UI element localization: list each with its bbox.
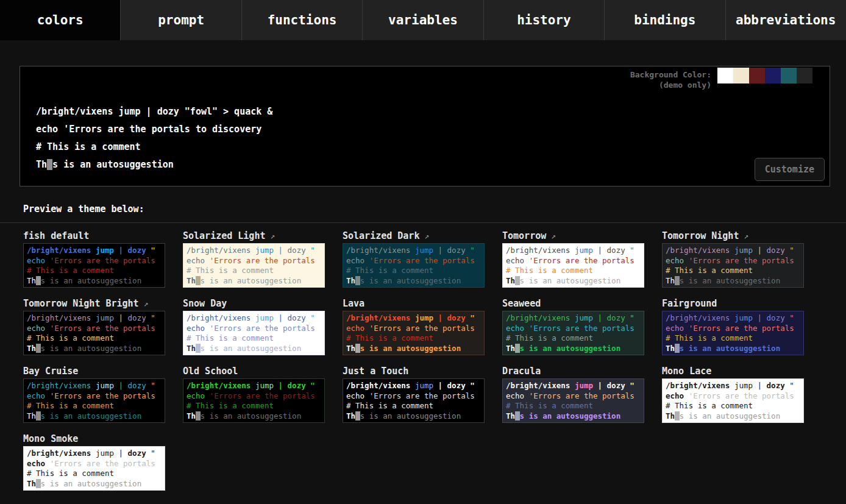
bg-color-swatch-3[interactable] xyxy=(765,68,781,83)
theme-name[interactable]: Tomorrow Night ↗ xyxy=(662,229,804,243)
theme-preview-card[interactable]: /bright/vixens jump | dozy "echo 'Errors… xyxy=(343,378,485,423)
bg-color-swatch-6[interactable] xyxy=(812,68,828,83)
cursor-block: i xyxy=(515,411,520,421)
theme-sample-line: This is an autosuggestion xyxy=(346,276,481,286)
theme-preview-card[interactable]: /bright/vixens jump | dozy "echo 'Errors… xyxy=(183,243,325,288)
bg-color-swatches xyxy=(717,68,828,83)
terminal-preview: Background Color: (demo only) /bright/vi… xyxy=(20,66,830,186)
theme-sample-line: This is an autosuggestion xyxy=(666,344,800,354)
theme-solarized-dark: Solarized Dark ↗/bright/vixens jump | do… xyxy=(343,229,485,288)
bg-color-swatch-1[interactable] xyxy=(733,68,749,83)
theme-preview-card[interactable]: /bright/vixens jump | dozy "echo 'Errors… xyxy=(662,378,804,423)
theme-fairground: Fairground/bright/vixens jump | dozy "ec… xyxy=(662,296,804,355)
theme-preview-card[interactable]: /bright/vixens jump | dozy "echo 'Errors… xyxy=(23,446,165,491)
cursor-block: i xyxy=(196,276,201,285)
theme-sample-line: # This is a comment xyxy=(27,401,162,411)
background-color-label: Background Color: (demo only) xyxy=(630,68,711,90)
tab-variables[interactable]: variables xyxy=(363,0,483,40)
theme-name[interactable]: fish default xyxy=(23,229,165,243)
theme-sample-line: echo 'Errors are the portals xyxy=(346,324,481,334)
tab-abbreviations[interactable]: abbreviations xyxy=(726,0,846,40)
theme-preview-card[interactable]: /bright/vixens jump | dozy "echo 'Errors… xyxy=(343,243,485,288)
theme-name[interactable]: Bay Cruise xyxy=(23,364,165,378)
theme-name[interactable]: Snow Day xyxy=(183,296,325,311)
theme-sample-line: echo 'Errors are the portals xyxy=(187,324,321,334)
external-link-icon[interactable]: ↗ xyxy=(739,232,748,241)
theme-bay-cruise: Bay Cruise/bright/vixens jump | dozy "ec… xyxy=(23,364,165,423)
theme-tomorrow-night: Tomorrow Night ↗/bright/vixens jump | do… xyxy=(662,229,804,288)
theme-sample-line: # This is a comment xyxy=(187,401,321,411)
theme-name[interactable]: Mono Smoke xyxy=(23,431,165,446)
theme-sample-line: # This is a comment xyxy=(666,401,800,411)
theme-name[interactable]: Tomorrow ↗ xyxy=(502,229,644,243)
theme-grid: fish default/bright/vixens jump | dozy "… xyxy=(23,229,846,491)
theme-sample-line: # This is a comment xyxy=(346,266,481,276)
theme-sample-line: # This is a comment xyxy=(27,266,162,276)
external-link-icon[interactable]: ↗ xyxy=(419,232,429,241)
theme-name[interactable]: Just a Touch xyxy=(343,364,485,378)
theme-preview-card[interactable]: /bright/vixens jump | dozy "echo 'Errors… xyxy=(343,311,485,355)
theme-sample-line: echo 'Errors are the portals xyxy=(346,256,481,266)
theme-preview-card[interactable]: /bright/vixens jump | dozy "echo 'Errors… xyxy=(23,378,165,423)
cursor-block: i xyxy=(675,411,680,421)
theme-preview-card[interactable]: /bright/vixens jump | dozy "echo 'Errors… xyxy=(662,243,804,288)
background-color-label-line1: Background Color: xyxy=(630,69,711,80)
tab-functions[interactable]: functions xyxy=(242,0,363,40)
theme-name[interactable]: Solarized Dark ↗ xyxy=(343,229,485,243)
theme-name[interactable]: Seaweed xyxy=(502,296,644,311)
theme-name[interactable]: Lava xyxy=(343,296,485,311)
theme-sample-line: # This is a comment xyxy=(27,469,162,479)
theme-fish-default: fish default/bright/vixens jump | dozy "… xyxy=(23,229,165,288)
bg-color-swatch-0[interactable] xyxy=(717,68,733,83)
theme-sample-line: /bright/vixens jump | dozy " xyxy=(506,246,641,256)
tab-history[interactable]: history xyxy=(484,0,605,40)
theme-sample-line: /bright/vixens jump | dozy " xyxy=(27,246,162,256)
theme-preview-card[interactable]: /bright/vixens jump | dozy "echo 'Errors… xyxy=(502,243,644,288)
theme-preview-card[interactable]: /bright/vixens jump | dozy "echo 'Errors… xyxy=(502,378,644,423)
theme-sample-line: This is an autosuggestion xyxy=(27,479,162,489)
external-link-icon[interactable]: ↗ xyxy=(139,299,149,308)
theme-name[interactable]: Old School xyxy=(183,364,325,378)
theme-preview-card[interactable]: /bright/vixens jump | dozy "echo 'Errors… xyxy=(502,311,644,355)
theme-name[interactable]: Solarized Light ↗ xyxy=(183,229,325,243)
theme-sample-line: /bright/vixens jump | dozy " xyxy=(506,381,641,391)
external-link-icon[interactable]: ↗ xyxy=(265,232,275,241)
theme-preview-card[interactable]: /bright/vixens jump | dozy "echo 'Errors… xyxy=(183,378,325,423)
theme-sample-line: This is an autosuggestion xyxy=(187,344,321,354)
customize-button[interactable]: Customize xyxy=(755,158,825,181)
cursor-block: i xyxy=(47,159,52,170)
theme-preview-card[interactable]: /bright/vixens jump | dozy "echo 'Errors… xyxy=(662,311,804,355)
theme-sample-line: /bright/vixens jump | dozy " xyxy=(187,246,321,256)
theme-seaweed: Seaweed/bright/vixens jump | dozy "echo … xyxy=(502,296,644,355)
theme-sample-line: echo 'Errors are the portals xyxy=(506,324,641,334)
theme-sample-line: This is an autosuggestion xyxy=(346,344,481,354)
theme-sample-line: This is an autosuggestion xyxy=(187,276,321,286)
bg-color-swatch-2[interactable] xyxy=(749,68,765,83)
terminal-preview-lines: /bright/vixens jump | dozy "fowl" > quac… xyxy=(36,103,272,174)
theme-name[interactable]: Tomorrow Night Bright ↗ xyxy=(23,296,165,311)
theme-preview-card[interactable]: /bright/vixens jump | dozy "echo 'Errors… xyxy=(23,311,165,355)
theme-sample-line: echo 'Errors are the portals xyxy=(666,324,800,334)
cursor-block: i xyxy=(515,276,520,285)
tab-prompt[interactable]: prompt xyxy=(121,0,241,40)
theme-preview-card[interactable]: /bright/vixens jump | dozy "echo 'Errors… xyxy=(183,311,325,355)
theme-sample-line: echo 'Errors are the portals xyxy=(27,256,162,266)
theme-sample-line: # This is a comment xyxy=(506,266,641,276)
theme-tomorrow-night-bright: Tomorrow Night Bright ↗/bright/vixens ju… xyxy=(23,296,165,355)
tab-colors[interactable]: colors xyxy=(0,0,121,40)
theme-old-school: Old School/bright/vixens jump | dozy "ec… xyxy=(183,364,325,423)
tab-bindings[interactable]: bindings xyxy=(605,0,725,40)
theme-tomorrow: Tomorrow ↗/bright/vixens jump | dozy "ec… xyxy=(502,229,644,288)
theme-name[interactable]: Fairground xyxy=(662,296,804,311)
theme-sample-line: This is an autosuggestion xyxy=(506,344,641,354)
theme-name[interactable]: Mono Lace xyxy=(662,364,804,378)
bg-color-swatch-5[interactable] xyxy=(797,68,812,83)
theme-name[interactable]: Dracula xyxy=(502,364,644,378)
bg-color-swatch-4[interactable] xyxy=(781,68,797,83)
theme-sample-line: /bright/vixens jump | dozy " xyxy=(27,313,162,324)
external-link-icon[interactable]: ↗ xyxy=(546,232,556,241)
theme-mono-lace: Mono Lace/bright/vixens jump | dozy "ech… xyxy=(662,364,804,423)
cursor-block: i xyxy=(36,344,41,353)
theme-preview-card[interactable]: /bright/vixens jump | dozy "echo 'Errors… xyxy=(23,243,165,288)
cursor-block: i xyxy=(355,411,360,421)
